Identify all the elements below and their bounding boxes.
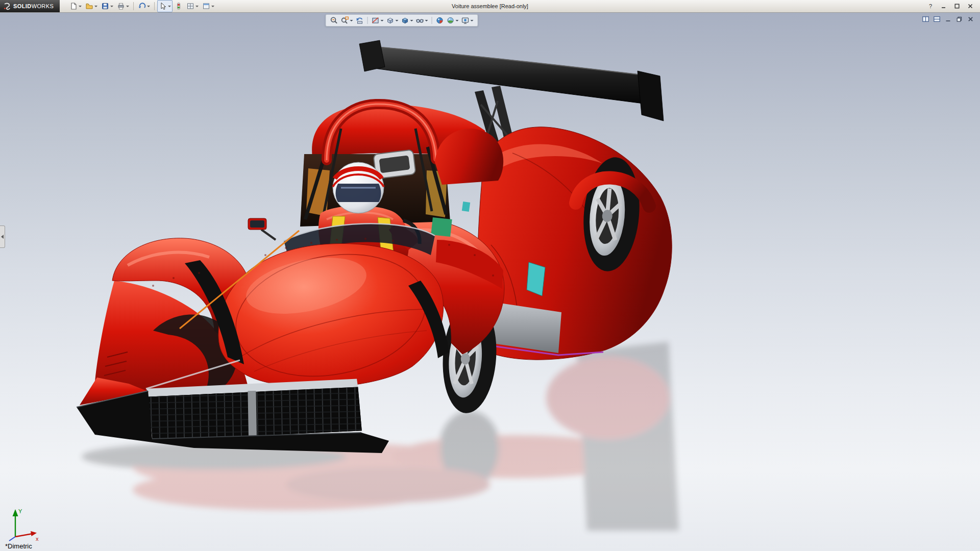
view-orientation-icon: [386, 16, 395, 24]
new-button[interactable]: [68, 0, 83, 12]
close-icon: [968, 4, 973, 9]
zoom-to-area-icon: [341, 16, 349, 24]
undo-arrow-icon: [138, 2, 146, 10]
rebuild-traffic-light-icon: [175, 2, 183, 10]
edit-appearance-icon: [436, 16, 444, 24]
dropdown-caret-icon[interactable]: [381, 20, 384, 21]
section-view-button[interactable]: [371, 16, 384, 25]
hide-show-items-icon: [416, 16, 424, 24]
minimize-icon: [941, 4, 946, 9]
titlebar: SOLIDWORKS: [0, 0, 980, 13]
dropdown-caret-icon[interactable]: [425, 20, 428, 21]
view-orientation-label: *Dimetric: [5, 542, 32, 550]
restore-window-icon: [957, 16, 962, 22]
zoom-to-fit-icon: [330, 16, 338, 24]
file-properties-icon: [186, 2, 194, 10]
select-cursor-icon: [159, 2, 167, 10]
open-folder-icon: [85, 2, 93, 10]
print-icon: [117, 2, 125, 10]
close-button[interactable]: [966, 2, 975, 10]
graphics-area[interactable]: Y x *Dimetric: [0, 12, 980, 551]
document-window-controls: [921, 15, 975, 23]
display-style-icon: [401, 16, 409, 24]
dropdown-caret-icon[interactable]: [79, 6, 82, 7]
dropdown-caret-icon[interactable]: [410, 20, 413, 21]
split-horizontal-button[interactable]: [921, 15, 930, 23]
rebuild-button[interactable]: [173, 0, 184, 12]
view-orientation-button[interactable]: [386, 16, 399, 25]
triad-x-label: x: [36, 536, 39, 542]
triad-y-label: Y: [18, 508, 22, 514]
dropdown-caret-icon[interactable]: [350, 20, 353, 21]
zoom-to-fit-button[interactable]: [330, 16, 339, 25]
dropdown-caret-icon[interactable]: [456, 20, 459, 21]
edit-appearance-button[interactable]: [435, 16, 445, 25]
split-horizontal-icon: [922, 16, 929, 22]
window-title: Voiture assemblee [Read-only]: [452, 0, 528, 12]
restore-window-button[interactable]: [955, 15, 964, 23]
options-panel-icon: [202, 2, 210, 10]
file-properties-button[interactable]: [185, 0, 200, 12]
close-window-button[interactable]: [966, 15, 975, 23]
standard-toolbar: [68, 0, 216, 12]
new-document-icon: [69, 2, 78, 10]
dropdown-caret-icon[interactable]: [396, 20, 399, 21]
open-button[interactable]: [84, 0, 99, 12]
hide-show-items-button[interactable]: [415, 16, 429, 25]
window-controls: ?: [926, 2, 980, 10]
maximize-icon: [954, 4, 960, 9]
print-button[interactable]: [115, 0, 131, 12]
section-view-icon: [372, 16, 380, 24]
previous-view-icon: [356, 16, 364, 24]
solidworks-logo-text: SOLIDWORKS: [13, 3, 54, 9]
dropdown-caret-icon[interactable]: [147, 6, 150, 7]
zoom-to-area-button[interactable]: [340, 16, 354, 25]
select-button[interactable]: [157, 0, 173, 12]
display-style-button[interactable]: [401, 16, 414, 25]
close-window-icon: [968, 16, 973, 22]
dropdown-caret-icon[interactable]: [471, 20, 474, 21]
view-settings-icon: [461, 16, 470, 24]
collapse-arrow-icon: [1, 235, 4, 239]
solidworks-logo: SOLIDWORKS: [0, 0, 60, 12]
maximize-button[interactable]: [952, 2, 962, 10]
split-vertical-button[interactable]: [933, 15, 941, 23]
dropdown-caret-icon[interactable]: [195, 6, 199, 7]
previous-view-button[interactable]: [355, 16, 364, 25]
save-button[interactable]: [100, 0, 115, 12]
heads-up-toolbar: [326, 14, 478, 27]
solidworks-logo-icon: [3, 2, 11, 10]
apply-scene-icon: [447, 16, 455, 24]
options-button[interactable]: [201, 0, 216, 12]
view-settings-button[interactable]: [461, 16, 474, 25]
save-floppy-icon: [101, 2, 109, 10]
toolbar-separator: [133, 2, 134, 10]
dropdown-caret-icon[interactable]: [94, 6, 97, 7]
minimize-button[interactable]: [939, 2, 948, 10]
hud-separator: [432, 17, 432, 24]
dropdown-caret-icon[interactable]: [126, 6, 129, 7]
undo-button[interactable]: [136, 0, 152, 12]
dropdown-caret-icon[interactable]: [110, 6, 113, 7]
minimize-window-icon: [945, 16, 951, 22]
help-button[interactable]: ?: [926, 2, 935, 10]
hud-separator: [368, 17, 368, 24]
dropdown-caret-icon[interactable]: [168, 6, 171, 7]
toolbar-separator: [154, 2, 155, 10]
featuremanager-collapse-tab[interactable]: [0, 226, 5, 248]
minimize-window-button[interactable]: [944, 15, 952, 23]
dropdown-caret-icon[interactable]: [211, 6, 214, 7]
orientation-triad: Y x: [3, 503, 43, 543]
split-vertical-icon: [934, 16, 940, 22]
apply-scene-button[interactable]: [446, 16, 459, 25]
